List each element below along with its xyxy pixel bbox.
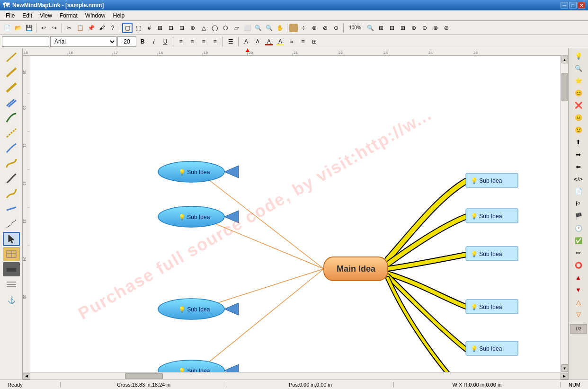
font-selector[interactable]: Arial: [50, 36, 116, 47]
close-button[interactable]: ✕: [578, 2, 585, 9]
pointer-tool[interactable]: [3, 232, 20, 246]
font-color[interactable]: A: [264, 36, 274, 47]
tool10[interactable]: ▱: [231, 23, 241, 33]
style-selector[interactable]: [2, 36, 49, 47]
minimize-button[interactable]: ─: [561, 2, 568, 9]
vscroll-up[interactable]: ▲: [561, 56, 568, 63]
new-button[interactable]: 📄: [2, 23, 12, 33]
rp-flag2[interactable]: 🏴: [571, 210, 586, 221]
zoom-fit[interactable]: ⊞: [376, 23, 386, 33]
paste-button[interactable]: 📌: [86, 23, 96, 33]
menu-view[interactable]: View: [36, 11, 56, 20]
rp-tri3[interactable]: △: [571, 296, 586, 308]
open-button[interactable]: 📂: [13, 23, 23, 33]
vscroll-thumb[interactable]: [561, 73, 568, 101]
cut-button[interactable]: ✂: [64, 23, 74, 33]
tool6[interactable]: ⊕: [187, 23, 198, 33]
tool14[interactable]: ⊘: [320, 23, 330, 33]
tool21[interactable]: ⊘: [441, 23, 452, 33]
tool7[interactable]: △: [198, 23, 209, 33]
rp-left[interactable]: ⬅: [571, 161, 586, 172]
rp-face3[interactable]: 😟: [571, 124, 586, 135]
line-tool12[interactable]: [3, 217, 20, 231]
vscroll-down[interactable]: ▼: [561, 364, 568, 372]
rp-tri4[interactable]: ▽: [571, 309, 586, 320]
fmt-extra2[interactable]: ≡: [298, 36, 308, 47]
tool4[interactable]: ⊡: [166, 23, 176, 33]
format-painter[interactable]: 🖌: [97, 23, 107, 33]
font-size-up[interactable]: A: [241, 36, 251, 47]
line-tool7[interactable]: [3, 141, 20, 155]
rp-face2[interactable]: 😐: [571, 112, 586, 123]
line-tool5[interactable]: [3, 111, 20, 125]
hscroll-thumb[interactable]: [125, 373, 163, 379]
tool8[interactable]: ◯: [209, 23, 220, 33]
copy-button[interactable]: 📋: [75, 23, 85, 33]
italic-button[interactable]: I: [149, 36, 159, 47]
rp-paper[interactable]: 📄: [571, 186, 586, 197]
zoom-out[interactable]: 🔍: [264, 23, 274, 33]
line-tool3[interactable]: [3, 80, 20, 95]
rp-up[interactable]: ⬆: [571, 136, 586, 148]
anchor-tool[interactable]: ⚓: [3, 292, 20, 307]
tool5[interactable]: ⊟: [177, 23, 187, 33]
vscroll[interactable]: ▲ ▼: [561, 56, 568, 372]
rp-flag[interactable]: 🏳: [571, 198, 586, 209]
tool3[interactable]: ⊞: [155, 23, 165, 33]
rp-bulb[interactable]: 💡: [571, 50, 586, 62]
tool13[interactable]: ⊗: [309, 23, 320, 33]
rp-triangle2[interactable]: ▼: [571, 284, 586, 295]
underline-button[interactable]: U: [160, 36, 170, 47]
zoom-pct[interactable]: 100%: [346, 23, 365, 33]
line-tool6[interactable]: [3, 126, 20, 140]
tool17[interactable]: ⊞: [398, 23, 408, 33]
undo-button[interactable]: ↩: [38, 23, 49, 33]
grid-tool[interactable]: #: [144, 23, 154, 33]
align-left[interactable]: ≡: [176, 36, 186, 47]
tool15[interactable]: ⊙: [331, 23, 341, 33]
rp-pencil[interactable]: ✏: [571, 247, 586, 258]
save-button[interactable]: 💾: [24, 23, 34, 33]
rp-right[interactable]: ➡: [571, 149, 586, 160]
rp-x[interactable]: ❌: [571, 99, 586, 111]
select-tool[interactable]: ▢: [122, 23, 133, 33]
font-size-down[interactable]: A: [252, 36, 263, 47]
rp-face1[interactable]: 😊: [571, 87, 586, 98]
zoom-tool[interactable]: 🔍: [365, 23, 375, 33]
line-tool8[interactable]: [3, 156, 20, 170]
tool12[interactable]: ⊹: [298, 23, 309, 33]
zoom-in[interactable]: 🔍: [253, 23, 263, 33]
tool19[interactable]: ⊙: [419, 23, 430, 33]
hand-tool[interactable]: ✋: [275, 23, 285, 33]
line-tool1[interactable]: [3, 50, 20, 64]
fmt-extra1[interactable]: ≈: [286, 36, 297, 47]
redo-button[interactable]: ↪: [49, 23, 60, 33]
hscroll-right[interactable]: ▶: [561, 373, 568, 380]
fmt-list[interactable]: ☰: [225, 36, 236, 47]
menu-window[interactable]: Window: [81, 11, 109, 20]
tool11[interactable]: ⬜: [242, 23, 252, 33]
highlight-color[interactable]: A: [275, 36, 285, 47]
line-tool9[interactable]: [3, 171, 20, 186]
help-button[interactable]: ?: [107, 23, 118, 33]
rp-check[interactable]: ✅: [571, 235, 586, 246]
rp-circle[interactable]: ⭕: [571, 259, 586, 271]
line-tool11[interactable]: [3, 202, 20, 216]
hscroll-left[interactable]: ◀: [23, 373, 30, 380]
select-tool2[interactable]: ⬚: [133, 23, 143, 33]
table-tool[interactable]: [3, 247, 20, 261]
tool16[interactable]: ⊟: [387, 23, 397, 33]
tool20[interactable]: ⊗: [430, 23, 441, 33]
fmt-extra3[interactable]: ⊞: [309, 36, 320, 47]
color1[interactable]: [289, 24, 298, 32]
line-tool4[interactable]: [3, 96, 20, 110]
menu-help[interactable]: Help: [109, 11, 129, 20]
drawing-canvas[interactable]: Purchase full source code, by visit:http…: [30, 56, 561, 372]
hscroll[interactable]: ◀ ▶: [23, 372, 568, 380]
separator-tool[interactable]: [3, 277, 20, 292]
maximize-button[interactable]: □: [569, 2, 577, 9]
rp-star[interactable]: ⭐: [571, 75, 586, 86]
highlight-tool[interactable]: [3, 262, 20, 276]
align-center[interactable]: ≡: [187, 36, 197, 47]
font-size-input[interactable]: [117, 36, 136, 47]
